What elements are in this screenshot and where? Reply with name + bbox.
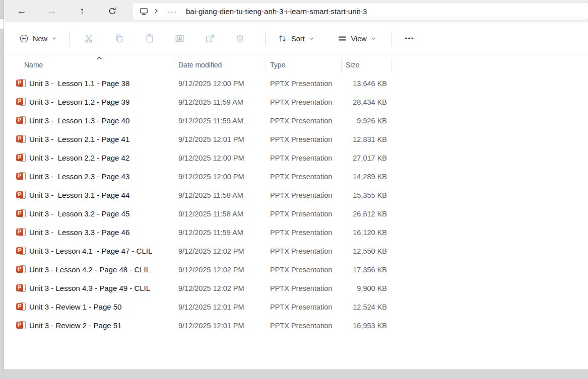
- column-header-row: Name Date modified Type Size: [4, 55, 588, 74]
- powerpoint-file-icon: P: [16, 284, 26, 292]
- file-name-label: Unit 3 - Lesson 3.2 - Page 45: [29, 209, 129, 218]
- file-row[interactable]: P Unit 3 - Lesson 1.3 - Page 40 9/12/202…: [4, 111, 588, 130]
- file-name-label: Unit 3 - Lesson 1.2 - Page 39: [29, 98, 129, 106]
- file-row[interactable]: P Unit 3 - Review 2 - Page 51 9/12/2025 …: [4, 316, 588, 335]
- this-pc-icon[interactable]: [139, 7, 149, 16]
- file-name-cell: P Unit 3 - Lesson 1.2 - Page 39: [4, 93, 174, 111]
- file-size: 26,612 KB: [341, 204, 391, 223]
- rename-button[interactable]: [167, 29, 191, 49]
- file-date-modified: 9/12/2025 12:00 PM: [174, 74, 266, 93]
- file-name-cell: P Unit 3 - Review 2 - Page 51: [4, 316, 174, 335]
- view-button-label: View: [351, 35, 367, 43]
- file-size: 27,017 KB: [341, 148, 391, 167]
- file-size: 16,120 KB: [341, 223, 391, 242]
- view-list-icon: [338, 34, 347, 43]
- file-row[interactable]: P Unit 3 - Lesson 1.1 - Page 38 9/12/202…: [4, 74, 588, 93]
- file-name-label: Unit 3 - Lesson 2.2 - Page 42: [29, 154, 129, 162]
- file-type: PPTX Presentation: [266, 130, 341, 148]
- file-row[interactable]: P Unit 3 - Lesson 3.3 - Page 46 9/12/202…: [4, 223, 588, 242]
- file-date-modified: 9/12/2025 11:59 AM: [174, 111, 266, 130]
- file-date-modified: 9/12/2025 12:01 PM: [174, 297, 266, 316]
- view-button[interactable]: View: [333, 30, 381, 47]
- toolbar-divider: [69, 31, 70, 46]
- file-date-modified: 9/12/2025 12:00 PM: [174, 167, 266, 186]
- file-row[interactable]: P Unit 3 - Review 1 - Page 50 9/12/2025 …: [4, 297, 588, 316]
- refresh-button[interactable]: [102, 2, 122, 20]
- trash-icon: [235, 33, 245, 44]
- share-button[interactable]: [198, 29, 222, 49]
- file-name-cell: P Unit 3 - Lesson 1.3 - Page 40: [4, 111, 174, 130]
- powerpoint-file-icon: P: [16, 247, 26, 255]
- file-row[interactable]: P Unit 3 - Lesson 1.2 - Page 39 9/12/202…: [4, 93, 588, 111]
- powerpoint-file-icon: P: [16, 154, 26, 162]
- file-explorer-window: ← → ↑: [0, 0, 588, 379]
- powerpoint-file-icon: P: [16, 172, 26, 181]
- sort-ascending-indicator-icon: [96, 55, 103, 60]
- file-date-modified: 9/12/2025 12:01 PM: [174, 316, 266, 335]
- forward-button[interactable]: →: [42, 2, 62, 20]
- more-icon: •••: [405, 35, 414, 42]
- breadcrumb-overflow-button[interactable]: ···: [168, 7, 177, 16]
- file-name-cell: P Unit 3 - Review 1 - Page 50: [4, 297, 174, 316]
- file-size: 9,900 KB: [341, 279, 391, 297]
- file-name-cell: P Unit 3 - Lesson 3.1 - Page 44: [4, 186, 174, 204]
- file-name-label: Unit 3 - Lesson 4.3 - Page 49 - CLIL: [29, 284, 150, 292]
- rename-icon: [174, 33, 185, 44]
- file-row[interactable]: P Unit 3 - Lesson 3.1 - Page 44 9/12/202…: [4, 186, 588, 204]
- column-header-type-label: Type: [270, 61, 285, 69]
- bottom-edge-strip: [0, 369, 588, 379]
- sort-icon: [278, 34, 287, 43]
- file-date-modified: 9/12/2025 11:58 AM: [174, 186, 266, 204]
- file-size: 28,434 KB: [341, 93, 391, 111]
- file-date-modified: 9/12/2025 12:01 PM: [174, 130, 266, 148]
- column-header-date-modified[interactable]: Date modified: [174, 55, 266, 74]
- file-type: PPTX Presentation: [266, 242, 341, 260]
- file-row[interactable]: P Unit 3 - Lesson 2.3 - Page 43 9/12/202…: [4, 167, 588, 186]
- breadcrumb-current-folder[interactable]: bai-giang-dien-tu-tieng-anh-3-i-learn-sm…: [186, 7, 367, 16]
- file-type: PPTX Presentation: [266, 260, 341, 279]
- file-name-cell: P Unit 3 - Lesson 4.3 - Page 49 - CLIL: [4, 279, 174, 297]
- file-size: 12,831 KB: [341, 130, 391, 148]
- file-row[interactable]: P Unit 3 - Lesson 2.2 - Page 42 9/12/202…: [4, 148, 588, 167]
- powerpoint-file-icon: P: [16, 321, 26, 330]
- file-name-cell: P Unit 3 - Lesson 3.3 - Page 46: [4, 223, 174, 242]
- file-date-modified: 9/12/2025 11:59 AM: [174, 93, 266, 111]
- new-button[interactable]: New: [14, 30, 62, 47]
- cut-icon: [84, 33, 94, 44]
- up-icon: ↑: [80, 6, 85, 17]
- see-more-button[interactable]: •••: [399, 31, 420, 46]
- file-type: PPTX Presentation: [266, 316, 341, 335]
- copy-button[interactable]: [107, 29, 131, 49]
- chevron-down-icon: [371, 36, 376, 41]
- file-name-cell: P Unit 3 - Lesson 1.1 - Page 38: [4, 74, 174, 93]
- file-type: PPTX Presentation: [266, 204, 341, 223]
- file-row[interactable]: P Unit 3 - Lesson 3.2 - Page 45 9/12/202…: [4, 204, 588, 223]
- file-type: PPTX Presentation: [266, 111, 341, 130]
- file-name-label: Unit 3 - Lesson 2.3 - Page 43: [29, 172, 129, 181]
- powerpoint-file-icon: P: [16, 302, 26, 311]
- file-date-modified: 9/12/2025 11:58 AM: [174, 204, 266, 223]
- file-row[interactable]: P Unit 3 - Lesson 4.2 - Page 48 - CLIL 9…: [4, 260, 588, 279]
- powerpoint-file-icon: P: [16, 79, 26, 88]
- address-toolbar: ← → ↑: [4, 0, 588, 22]
- file-row[interactable]: P Unit 3 - Lesson 4.3 - Page 49 - CLIL 9…: [4, 279, 588, 297]
- column-header-date-label: Date modified: [178, 61, 222, 69]
- sort-button[interactable]: Sort: [273, 30, 319, 47]
- column-header-name[interactable]: Name: [4, 55, 174, 74]
- powerpoint-file-icon: P: [16, 265, 26, 274]
- address-bar[interactable]: ··· bai-giang-dien-tu-tieng-anh-3-i-lear…: [133, 3, 588, 20]
- delete-button[interactable]: [228, 29, 252, 49]
- cut-button[interactable]: [77, 29, 101, 49]
- powerpoint-file-icon: P: [16, 98, 26, 106]
- paste-button[interactable]: [137, 29, 161, 49]
- column-header-size[interactable]: Size: [341, 55, 391, 74]
- back-button[interactable]: ←: [12, 2, 32, 20]
- file-row[interactable]: P Unit 3 - Lesson 2.1 - Page 41 9/12/202…: [4, 130, 588, 148]
- file-type: PPTX Presentation: [266, 279, 341, 297]
- file-date-modified: 9/12/2025 11:59 AM: [174, 223, 266, 242]
- explorer-main: ← → ↑: [4, 0, 588, 369]
- up-button[interactable]: ↑: [72, 2, 92, 20]
- file-row[interactable]: P Unit 3 - Lesson 4.1 - Page 47 - CLIL 9…: [4, 242, 588, 260]
- column-header-type[interactable]: Type: [266, 55, 341, 74]
- file-type: PPTX Presentation: [266, 186, 341, 204]
